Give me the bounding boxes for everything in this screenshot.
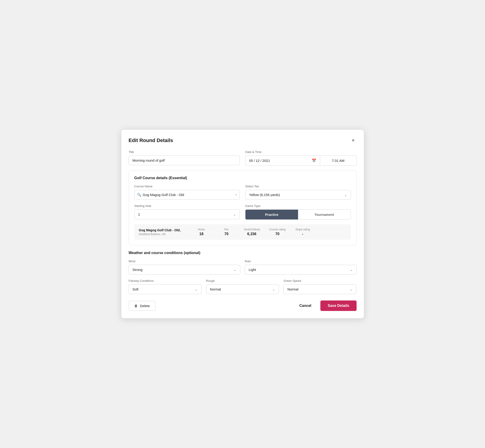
- course-name-search-wrap: 🔍 ×: [134, 190, 240, 200]
- clear-icon[interactable]: ×: [235, 193, 237, 197]
- footer-right: Cancel Save Details: [295, 301, 356, 311]
- rough-dropdown[interactable]: Normal ⌄: [206, 284, 279, 294]
- select-tee-label: Select Tee: [245, 185, 351, 188]
- close-button[interactable]: ×: [350, 137, 356, 144]
- starting-hole-group: Starting Hole 1 ⌄: [134, 204, 240, 220]
- title-datetime-row: Title Date & Time 05 / 12 / 2021 📅 7:31 …: [129, 150, 356, 166]
- rough-value: Normal: [210, 287, 221, 291]
- delete-label: Delete: [140, 304, 150, 308]
- search-icon: 🔍: [137, 193, 141, 197]
- chevron-down-icon-green: ⌄: [350, 288, 353, 291]
- conditions-row: Fairway Conditions Soft ⌄ Rough Normal ⌄…: [129, 279, 356, 294]
- title-group: Title: [129, 150, 240, 166]
- chevron-down-icon-rain: ⌄: [350, 268, 353, 272]
- select-tee-dropdown[interactable]: Yellow (6,156 yards) ⌄: [245, 190, 351, 200]
- trash-icon: 🗑: [134, 304, 138, 308]
- date-value: 05 / 12 / 2021: [249, 159, 270, 162]
- wind-group: Wind Strong ⌄: [129, 259, 241, 274]
- edit-round-modal: Edit Round Details × Title Date & Time 0…: [121, 130, 364, 318]
- wind-rain-row: Wind Strong ⌄ Rain Light ⌄: [129, 259, 356, 274]
- green-speed-label: Green Speed: [283, 279, 356, 282]
- select-tee-group: Select Tee Yellow (6,156 yards) ⌄: [245, 185, 351, 200]
- course-tee-row: Course Name 🔍 × Select Tee Yellow (6,156…: [134, 185, 351, 200]
- date-field[interactable]: 05 / 12 / 2021 📅: [245, 155, 320, 166]
- title-input[interactable]: [129, 155, 240, 165]
- slope-rating-value: -: [302, 232, 303, 236]
- rain-dropdown[interactable]: Light ⌄: [245, 265, 356, 274]
- wind-label: Wind: [129, 259, 241, 263]
- date-time-fields: 05 / 12 / 2021 📅 7:31 AM: [245, 155, 356, 166]
- holes-label: Holes: [198, 228, 205, 231]
- chevron-down-icon: ⌄: [344, 193, 347, 197]
- title-label: Title: [129, 150, 240, 154]
- delete-button[interactable]: 🗑 Delete: [129, 301, 155, 311]
- rain-label: Rain: [245, 259, 356, 263]
- holes-value: 18: [200, 232, 203, 236]
- modal-header: Edit Round Details ×: [129, 137, 356, 144]
- rough-label: Rough: [206, 279, 279, 282]
- time-field[interactable]: 7:31 AM: [320, 155, 356, 166]
- yards-value: 6,156: [247, 232, 256, 236]
- hole-gametype-row: Starting Hole 1 ⌄ Game Type Practice Tou…: [134, 204, 351, 220]
- starting-hole-dropdown[interactable]: 1 ⌄: [134, 209, 240, 219]
- practice-button[interactable]: Practice: [245, 210, 298, 219]
- yards-label: Yards(Yellow): [244, 228, 260, 231]
- course-section: Golf Course details (Essential) Course N…: [129, 170, 356, 245]
- starting-hole-value: 1: [138, 212, 140, 216]
- slope-rating-stat: Slope rating -: [295, 228, 311, 236]
- chevron-down-icon-2: ⌄: [233, 213, 236, 216]
- modal-title: Edit Round Details: [129, 137, 173, 144]
- course-section-title: Golf Course details (Essential): [134, 176, 351, 180]
- rough-group: Rough Normal ⌄: [206, 279, 279, 294]
- holes-stat: Holes 18: [194, 228, 210, 236]
- weather-section-title: Weather and course conditions (optional): [129, 251, 356, 255]
- slope-rating-label: Slope rating: [295, 228, 310, 231]
- select-tee-value: Yellow (6,156 yards): [249, 193, 280, 197]
- fairway-dropdown[interactable]: Soft ⌄: [129, 284, 202, 294]
- chevron-down-icon-rough: ⌄: [272, 288, 275, 291]
- course-name-input[interactable]: [134, 190, 240, 200]
- course-rating-value: 70: [275, 232, 279, 236]
- course-rating-label: Course rating: [269, 228, 285, 231]
- wind-dropdown[interactable]: Strong ⌄: [129, 265, 241, 274]
- tournament-button[interactable]: Tournament: [298, 210, 351, 219]
- course-info-box: Gog Magog Golf Club - Old, Shelford Bott…: [134, 224, 351, 240]
- yards-stat: Yards(Yellow) 6,156: [244, 228, 260, 236]
- save-button[interactable]: Save Details: [320, 301, 356, 311]
- chevron-down-icon-wind: ⌄: [234, 268, 236, 272]
- green-speed-group: Green Speed Normal ⌄: [283, 279, 356, 294]
- game-type-group: Game Type Practice Tournament: [245, 204, 351, 220]
- par-label: Par: [224, 228, 229, 231]
- wind-value: Strong: [132, 268, 143, 272]
- cancel-button[interactable]: Cancel: [295, 301, 316, 311]
- rain-value: Light: [249, 268, 256, 272]
- game-type-toggle: Practice Tournament: [245, 209, 351, 220]
- course-info-name-location: Gog Magog Golf Club - Old, Shelford Bott…: [139, 228, 185, 236]
- weather-section: Weather and course conditions (optional)…: [129, 251, 356, 294]
- starting-hole-label: Starting Hole: [134, 204, 240, 208]
- course-name-label: Course Name: [134, 185, 240, 188]
- fairway-label: Fairway Conditions: [129, 279, 202, 282]
- datetime-label: Date & Time: [245, 150, 356, 154]
- course-rating-stat: Course rating 70: [269, 228, 285, 236]
- game-type-label: Game Type: [245, 204, 351, 208]
- chevron-down-icon-fairway: ⌄: [195, 288, 198, 291]
- green-speed-dropdown[interactable]: Normal ⌄: [283, 284, 356, 294]
- rain-group: Rain Light ⌄: [245, 259, 356, 274]
- course-info-location: Shelford Bottom, UK: [139, 232, 185, 236]
- course-info-name: Gog Magog Golf Club - Old,: [139, 228, 185, 232]
- time-value: 7:31 AM: [332, 159, 344, 162]
- footer-row: 🗑 Delete Cancel Save Details: [129, 301, 356, 311]
- green-speed-value: Normal: [287, 287, 298, 291]
- calendar-icon: 📅: [312, 159, 316, 163]
- fairway-value: Soft: [132, 287, 139, 291]
- par-value: 70: [225, 232, 229, 236]
- datetime-group: Date & Time 05 / 12 / 2021 📅 7:31 AM: [245, 150, 356, 166]
- par-stat: Par 70: [218, 228, 234, 236]
- course-name-group: Course Name 🔍 ×: [134, 185, 240, 200]
- fairway-group: Fairway Conditions Soft ⌄: [129, 279, 202, 294]
